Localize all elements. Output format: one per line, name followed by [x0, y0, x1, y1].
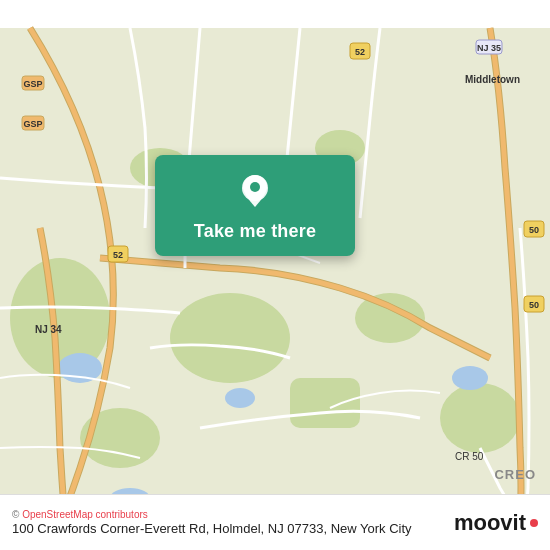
svg-text:Middletown: Middletown	[465, 74, 520, 85]
svg-text:GSP: GSP	[23, 79, 42, 89]
svg-rect-5	[290, 378, 360, 428]
svg-text:NJ 35: NJ 35	[477, 43, 501, 53]
svg-text:52: 52	[113, 250, 123, 260]
moovit-brand-text: moovit	[454, 510, 526, 536]
svg-point-10	[225, 388, 255, 408]
svg-text:50: 50	[529, 300, 539, 310]
svg-point-11	[452, 366, 488, 390]
take-me-there-button[interactable]: Take me there	[194, 221, 316, 242]
location-pin-icon	[236, 173, 274, 211]
creo-watermark: CREO	[494, 467, 536, 482]
bottom-bar: © OpenStreetMap contributors 100 Crawfor…	[0, 494, 550, 550]
moovit-dot	[530, 519, 538, 527]
svg-text:52: 52	[355, 47, 365, 57]
svg-text:GSP: GSP	[23, 119, 42, 129]
openstreetmap-link[interactable]: OpenStreetMap contributors	[22, 509, 148, 520]
moovit-logo: moovit	[454, 510, 538, 536]
bottom-left-info: © OpenStreetMap contributors 100 Crawfor…	[12, 509, 412, 536]
location-card: Take me there	[155, 155, 355, 256]
address-text: 100 Crawfords Corner-Everett Rd, Holmdel…	[12, 521, 412, 536]
map-container: GSP GSP NJ 35 52 52 50 50 NJ 34 CR 50 Mi…	[0, 0, 550, 550]
svg-text:NJ 34: NJ 34	[35, 324, 62, 335]
copyright-symbol: ©	[12, 509, 19, 520]
svg-text:CR 50: CR 50	[455, 451, 484, 462]
svg-point-31	[250, 182, 260, 192]
svg-point-1	[170, 293, 290, 383]
svg-text:50: 50	[529, 225, 539, 235]
openstreetmap-attribution: © OpenStreetMap contributors	[12, 509, 412, 520]
svg-point-4	[440, 383, 520, 453]
